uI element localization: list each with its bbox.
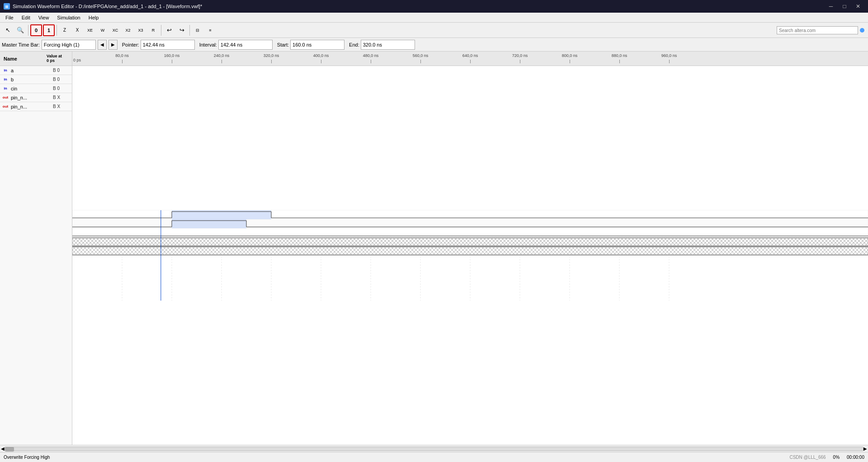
start-value[interactable] — [290, 40, 344, 50]
snap-button[interactable]: ⊟ — [192, 24, 203, 36]
tick-line — [122, 60, 123, 63]
force-one-button[interactable]: 1 — [43, 24, 55, 36]
maximize-button[interactable]: □ — [838, 0, 851, 13]
tick-line — [420, 60, 421, 63]
interval-field: Interval: — [199, 40, 273, 50]
tick-line — [619, 60, 620, 63]
master-time-bar: Master Time Bar: ◀ ▶ Pointer: Interval: … — [0, 38, 868, 52]
signal-value-b: B 0 — [53, 77, 71, 82]
toolbar-separator-2 — [57, 25, 57, 36]
redo-button[interactable]: ↪ — [176, 24, 188, 36]
force-x-button[interactable]: X — [71, 24, 83, 36]
tick-label: 720,0 ns — [512, 53, 528, 58]
pointer-tool-button[interactable]: ↖ — [2, 24, 14, 36]
toolbar-separator-1 — [28, 25, 28, 36]
tick-label: 160,0 ns — [164, 53, 180, 58]
signal-name-pin2: pin_n... — [10, 104, 53, 109]
signal-row-a[interactable]: in a B 0 — [0, 66, 72, 75]
minimize-button[interactable]: ─ — [825, 0, 837, 13]
tick-line — [520, 60, 520, 63]
force-w-button[interactable]: W — [97, 24, 108, 36]
tick-label: 320,0 ns — [264, 53, 279, 58]
interval-value[interactable] — [218, 40, 273, 50]
pointer-value[interactable] — [141, 40, 195, 50]
force-zero-button[interactable]: 0 — [30, 24, 42, 36]
horizontal-scrollbar[interactable]: ◀ ▶ — [0, 445, 868, 452]
master-time-value[interactable] — [42, 40, 96, 50]
search-input[interactable] — [777, 26, 858, 34]
status-right: CSDN @LLL_666 0% 00:00:00 — [789, 455, 864, 460]
start-field: Start: — [277, 40, 344, 50]
signal-row-pin2[interactable]: out pin_n... B X — [0, 102, 72, 111]
signal-row-cin[interactable]: in cin B 0 — [0, 84, 72, 93]
status-text: Overwrite Forcing High — [4, 455, 50, 460]
signal-list: in a B 0 in b B 0 in cin B 0 out pin_n..… — [0, 66, 72, 445]
signal-icon-pin2: out — [1, 103, 10, 111]
waveform-header: Name Value at0 ps 0 ps 80,0 ns160,0 ns24… — [0, 52, 868, 66]
master-time-label: Master Time Bar: — [2, 42, 40, 47]
signal-name-pin1: pin_n... — [10, 95, 53, 100]
tick-label: 400,0 ns — [313, 53, 329, 58]
close-button[interactable]: ✕ — [852, 0, 864, 13]
tick-label: 480,0 ns — [363, 53, 379, 58]
waveform-svg — [72, 66, 868, 445]
undo-button[interactable]: ↩ — [163, 24, 175, 36]
force-x3-button[interactable]: X3 — [135, 24, 146, 36]
watermark: CSDN @LLL_666 — [789, 455, 826, 460]
end-field: End: — [349, 40, 415, 50]
menu-edit[interactable]: Edit — [18, 14, 34, 21]
menu-view[interactable]: View — [35, 14, 53, 21]
scroll-thumb[interactable] — [5, 447, 14, 452]
tick-line — [470, 60, 471, 63]
force-r-button[interactable]: R — [147, 24, 159, 36]
signal-value-cin: B 0 — [53, 86, 71, 91]
signal-value-pin1: B X — [53, 95, 71, 100]
options-button[interactable]: ≡ — [204, 24, 216, 36]
time-display: 00:00:00 — [847, 455, 864, 460]
menu-help[interactable]: Help — [85, 14, 103, 21]
pointer-field: Pointer: — [122, 40, 195, 50]
tick-label: 800,0 ns — [562, 53, 578, 58]
tick-line — [669, 60, 670, 63]
tick-label: 640,0 ns — [462, 53, 478, 58]
time-prev-button[interactable]: ◀ — [98, 40, 107, 50]
zoom-tool-button[interactable]: 🔍 — [14, 24, 26, 36]
force-z-button[interactable]: Z — [59, 24, 71, 36]
tick-line — [222, 60, 222, 63]
tick-label: 80,0 ns — [115, 53, 129, 58]
menu-simulation[interactable]: Simulation — [53, 14, 84, 21]
time-next-button[interactable]: ▶ — [108, 40, 118, 50]
force-xe-button[interactable]: XE — [84, 24, 96, 36]
scroll-left-arrow[interactable]: ◀ — [1, 446, 5, 451]
signal-row-b[interactable]: in b B 0 — [0, 75, 72, 84]
start-label: Start: — [277, 42, 289, 47]
ruler-ticks: 80,0 ns160,0 ns240,0 ns320,0 ns400,0 ns4… — [72, 53, 868, 66]
tick-label: 560,0 ns — [413, 53, 429, 58]
force-xc-button[interactable]: XC — [109, 24, 121, 36]
signal-value-a: B 0 — [53, 68, 71, 73]
signal-icon-b: in — [1, 75, 10, 84]
pointer-label: Pointer: — [122, 42, 139, 47]
window-controls: ─ □ ✕ — [825, 0, 864, 13]
menu-file[interactable]: File — [2, 14, 17, 21]
force-x2-button[interactable]: X2 — [122, 24, 134, 36]
title-bar: ▦ Simulation Waveform Editor - D:/intelF… — [0, 0, 868, 13]
tick-line — [321, 60, 321, 63]
signal-header-columns: Name Value at0 ps — [0, 52, 72, 66]
end-label: End: — [349, 42, 359, 47]
search-area — [777, 25, 864, 35]
name-column-header: Name — [0, 56, 45, 61]
menu-bar: File Edit View Simulation Help — [0, 13, 868, 23]
tick-label: 880,0 ns — [612, 53, 627, 58]
svg-rect-21 — [72, 238, 868, 246]
waveform-canvas[interactable] — [72, 66, 868, 445]
scroll-track[interactable] — [5, 447, 863, 451]
toolbar-separator-4 — [189, 25, 190, 36]
signal-icon-cin: in — [1, 85, 10, 93]
scroll-right-arrow[interactable]: ▶ — [863, 446, 867, 451]
signal-icon-pin1: out — [1, 94, 10, 102]
end-value[interactable] — [361, 40, 415, 50]
signal-row-pin1[interactable]: out pin_n... B X — [0, 93, 72, 102]
toolbar: ↖ 🔍 0 1 Z X XE W XC X2 X3 R ↩ ↪ ⊟ ≡ — [0, 23, 868, 38]
zoom-level: 0% — [833, 455, 840, 460]
